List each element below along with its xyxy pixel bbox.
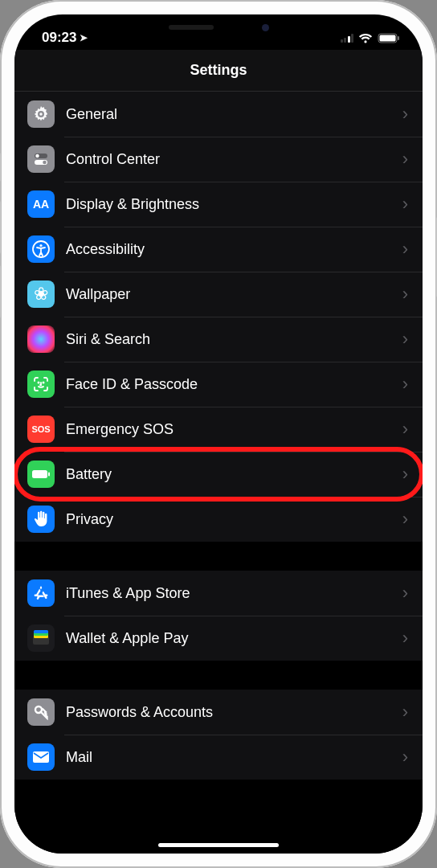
chevron-right-icon: › — [402, 329, 408, 350]
settings-row-wallet[interactable]: Wallet & Apple Pay› — [14, 616, 423, 661]
row-label: Accessibility — [66, 241, 402, 258]
row-label: Display & Brightness — [66, 196, 402, 213]
wifi-icon — [358, 33, 373, 43]
gear-icon — [27, 100, 55, 128]
svg-rect-11 — [32, 470, 47, 478]
svg-rect-16 — [34, 630, 48, 633]
settings-row-battery[interactable]: Battery› — [14, 452, 423, 497]
svg-rect-18 — [33, 751, 49, 763]
mail-icon — [27, 743, 55, 771]
settings-row-control[interactable]: Control Center› — [14, 137, 423, 182]
status-time: 09:23 — [42, 30, 76, 46]
svg-point-6 — [43, 161, 47, 165]
screen: 09:23 ➤ Settings General›Control Center›… — [14, 14, 423, 854]
chevron-right-icon: › — [402, 419, 408, 440]
chevron-right-icon: › — [402, 747, 408, 768]
chevron-right-icon: › — [402, 104, 408, 125]
speaker-grille — [169, 25, 214, 30]
settings-row-sos[interactable]: SOSEmergency SOS› — [14, 407, 423, 452]
row-label: Privacy — [66, 511, 402, 528]
chevron-right-icon: › — [402, 284, 408, 305]
svg-point-9 — [38, 382, 39, 383]
row-label: Emergency SOS — [66, 421, 402, 438]
front-camera — [262, 24, 269, 31]
settings-row-itunes[interactable]: iTunes & App Store› — [14, 571, 423, 616]
wallet-icon — [27, 624, 55, 652]
sos-icon: SOS — [27, 416, 55, 443]
svg-rect-2 — [398, 36, 399, 40]
svg-point-4 — [35, 154, 39, 158]
settings-group: General›Control Center›AADisplay & Brigh… — [14, 92, 423, 542]
row-label: General — [66, 106, 402, 123]
settings-row-mail[interactable]: Mail› — [14, 735, 423, 780]
chevron-right-icon: › — [402, 149, 408, 170]
row-label: Wallet & Apple Pay — [66, 630, 402, 647]
hand-icon — [27, 506, 55, 533]
settings-row-general[interactable]: General› — [14, 92, 423, 137]
chevron-right-icon: › — [402, 239, 408, 260]
chevron-right-icon: › — [402, 194, 408, 215]
notch — [130, 14, 307, 40]
svg-point-8 — [39, 244, 42, 247]
settings-list[interactable]: General›Control Center›AADisplay & Brigh… — [14, 92, 423, 854]
home-indicator[interactable] — [158, 843, 279, 847]
row-label: Passwords & Accounts — [66, 704, 402, 721]
volume-down — [0, 265, 1, 318]
siri-icon — [27, 326, 55, 353]
chevron-right-icon: › — [402, 583, 408, 604]
chevron-right-icon: › — [402, 628, 408, 649]
svg-rect-12 — [48, 473, 50, 477]
settings-group: Passwords & Accounts›Mail› — [14, 690, 423, 780]
chevron-right-icon: › — [402, 464, 408, 485]
row-label: iTunes & App Store — [66, 585, 402, 602]
mute-switch — [0, 153, 1, 182]
key-icon — [27, 698, 55, 726]
page-title: Settings — [190, 62, 247, 79]
settings-row-accessibility[interactable]: Accessibility› — [14, 227, 423, 272]
text-size-icon: AA — [27, 190, 55, 218]
row-label: Siri & Search — [66, 331, 402, 348]
row-label: Wallpaper — [66, 286, 402, 303]
chevron-right-icon: › — [402, 509, 408, 530]
row-label: Control Center — [66, 151, 402, 168]
settings-row-siri[interactable]: Siri & Search› — [14, 317, 423, 362]
cellular-icon — [341, 33, 354, 43]
flower-icon: ❀ — [27, 280, 55, 308]
row-label: Face ID & Passcode — [66, 376, 402, 393]
faceid-icon — [27, 371, 55, 398]
nav-bar: Settings — [14, 50, 423, 92]
device-frame: 09:23 ➤ Settings General›Control Center›… — [0, 0, 437, 868]
settings-row-display[interactable]: AADisplay & Brightness› — [14, 182, 423, 227]
svg-point-10 — [43, 382, 43, 383]
row-label: Battery — [66, 466, 402, 483]
battery-icon — [27, 461, 55, 488]
volume-up — [0, 201, 1, 254]
chevron-right-icon: › — [402, 702, 408, 723]
settings-row-privacy[interactable]: Privacy› — [14, 497, 423, 542]
settings-group: iTunes & App Store›Wallet & Apple Pay› — [14, 571, 423, 661]
settings-row-wallpaper[interactable]: ❀Wallpaper› — [14, 272, 423, 317]
location-icon: ➤ — [80, 32, 88, 43]
row-label: Mail — [66, 749, 402, 766]
switches-icon — [27, 145, 55, 173]
accessibility-icon — [27, 235, 55, 263]
chevron-right-icon: › — [402, 374, 408, 395]
settings-row-faceid[interactable]: Face ID & Passcode› — [14, 362, 423, 407]
battery-status-icon — [378, 33, 400, 43]
appstore-icon — [27, 579, 55, 607]
svg-rect-1 — [380, 35, 396, 41]
settings-row-passwords[interactable]: Passwords & Accounts› — [14, 690, 423, 735]
